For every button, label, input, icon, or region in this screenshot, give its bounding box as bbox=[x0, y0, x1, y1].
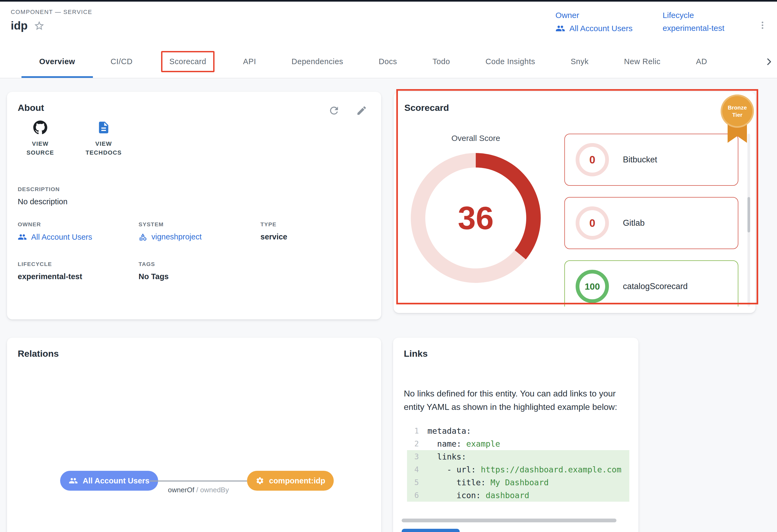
relations-card: Relations All Account Users ownerOf / ow… bbox=[7, 338, 381, 532]
relation-edge-label: ownerOf / ownedBy bbox=[144, 486, 252, 494]
system-field: SYSTEM vigneshproject bbox=[138, 221, 260, 244]
tab-docs[interactable]: Docs bbox=[361, 45, 415, 78]
people-icon bbox=[69, 476, 78, 485]
people-icon bbox=[18, 233, 27, 242]
system-entity-link[interactable]: vigneshproject bbox=[138, 233, 202, 241]
owner-entity-link[interactable]: All Account Users bbox=[18, 233, 92, 242]
page-title: idp bbox=[11, 19, 28, 32]
tab-api[interactable]: API bbox=[225, 45, 274, 78]
edit-pencil-icon[interactable] bbox=[356, 105, 367, 117]
entity-page: COMPONENT — SERVICE idp Owner All Accoun… bbox=[0, 0, 777, 532]
code-horizontal-scrollbar[interactable] bbox=[402, 519, 617, 522]
yaml-code-block: 1metadata: 2 name: example 3 links: 4 - … bbox=[407, 424, 629, 502]
tab-new-relic[interactable]: New Relic bbox=[606, 45, 678, 78]
lifecycle-label: Lifecycle bbox=[663, 11, 725, 20]
breadcrumb: COMPONENT — SERVICE bbox=[11, 9, 92, 16]
tags-field: TAGS No Tags bbox=[138, 261, 260, 281]
score-ring: 0 bbox=[576, 143, 609, 176]
about-title: About bbox=[18, 103, 370, 113]
code-line: 6 icon: dashboard bbox=[407, 489, 629, 502]
header-owner-block: Owner All Account Users bbox=[555, 11, 633, 33]
code-line: 5 title: My Dashboard bbox=[407, 476, 629, 489]
tabs-scroll-right-button[interactable] bbox=[761, 46, 777, 78]
code-line: 4 - url: https://dashboard.example.com bbox=[407, 463, 629, 476]
scorecard-scrollbar-thumb[interactable] bbox=[748, 197, 750, 233]
code-line: 1metadata: bbox=[407, 424, 629, 437]
links-empty-message: No links defined for this entity. You ca… bbox=[404, 387, 632, 414]
links-card: Links No links defined for this entity. … bbox=[393, 338, 639, 532]
scorecard-tab-annotation: Scorecard bbox=[161, 51, 215, 72]
view-techdocs-label: VIEW TECHDOCS bbox=[81, 139, 126, 157]
people-icon bbox=[555, 24, 565, 33]
overall-score-gauge: 36 bbox=[411, 153, 541, 283]
type-field: TYPE service bbox=[260, 221, 370, 244]
scorecard-card: Scorecard Overall Score 36 0 Bitbucket 0… bbox=[394, 92, 756, 313]
type-value: service bbox=[260, 233, 370, 241]
gear-icon bbox=[255, 477, 264, 485]
owner-field: OWNER All Account Users bbox=[18, 221, 138, 244]
lifecycle-value: experimental-test bbox=[663, 24, 725, 33]
clipped-bottom-button[interactable] bbox=[402, 529, 460, 532]
relation-node-component[interactable]: component:idp bbox=[247, 471, 334, 491]
refresh-icon[interactable] bbox=[328, 105, 340, 117]
scorecard-title: Scorecard bbox=[404, 103, 745, 113]
links-title: Links bbox=[404, 349, 628, 359]
chevron-right-icon bbox=[764, 57, 774, 66]
tab-ad-truncated[interactable]: AD bbox=[678, 45, 725, 78]
tab-todo[interactable]: Todo bbox=[415, 45, 468, 78]
description-value: No description bbox=[18, 197, 370, 206]
more-options-kebab-icon[interactable] bbox=[758, 11, 767, 33]
owner-label: Owner bbox=[555, 11, 633, 20]
lifecycle-field: LIFECYCLE experimental-test bbox=[18, 261, 138, 281]
github-icon bbox=[33, 121, 47, 134]
scorecard-item-bitbucket[interactable]: 0 Bitbucket bbox=[564, 134, 738, 186]
code-line: 3 links: bbox=[407, 450, 629, 463]
bronze-tier-badge: Bronze Tier bbox=[720, 95, 754, 144]
view-source-label: VIEW SOURCE bbox=[18, 139, 63, 157]
favorite-star-icon[interactable] bbox=[33, 20, 45, 31]
owner-value-link[interactable]: All Account Users bbox=[555, 24, 633, 33]
tab-snyk[interactable]: Snyk bbox=[553, 45, 606, 78]
entity-tab-bar: Overview CI/CD Scorecard API Dependencie… bbox=[0, 45, 777, 79]
view-techdocs-link[interactable]: VIEW TECHDOCS bbox=[81, 121, 126, 157]
overall-score-label: Overall Score bbox=[411, 134, 541, 143]
badge-medal-icon: Bronze Tier bbox=[720, 95, 754, 128]
scorecard-item-catalogscorecard[interactable]: 100 catalogScorecard bbox=[564, 260, 738, 306]
score-ring: 100 bbox=[576, 270, 609, 303]
system-category-icon bbox=[138, 233, 147, 241]
entity-header: COMPONENT — SERVICE idp Owner All Accoun… bbox=[0, 2, 777, 45]
description-label: DESCRIPTION bbox=[18, 186, 370, 192]
about-card: About VIEW SOURCE VIEW TECHDOCS bbox=[7, 92, 381, 319]
scorecard-list: 0 Bitbucket 0 Gitlab 100 catalogScorecar… bbox=[564, 134, 738, 306]
scorecard-item-gitlab[interactable]: 0 Gitlab bbox=[564, 197, 738, 249]
lifecycle-value: experimental-test bbox=[18, 272, 138, 281]
view-source-link[interactable]: VIEW SOURCE bbox=[18, 121, 63, 157]
tab-dependencies[interactable]: Dependencies bbox=[274, 45, 361, 78]
tab-cicd[interactable]: CI/CD bbox=[93, 45, 150, 78]
owner-value-text: All Account Users bbox=[569, 24, 633, 33]
code-line: 2 name: example bbox=[407, 437, 629, 450]
relation-node-owner[interactable]: All Account Users bbox=[60, 471, 158, 491]
relation-edge bbox=[150, 481, 247, 482]
tab-overview[interactable]: Overview bbox=[21, 45, 93, 78]
score-ring: 0 bbox=[576, 207, 609, 240]
tab-scorecard[interactable]: Scorecard bbox=[150, 45, 226, 78]
techdocs-document-icon bbox=[97, 121, 111, 134]
relations-title: Relations bbox=[18, 349, 370, 359]
entity-identity: COMPONENT — SERVICE idp bbox=[11, 9, 92, 32]
tags-value: No Tags bbox=[138, 272, 260, 281]
overall-score-value: 36 bbox=[411, 153, 541, 283]
tab-code-insights[interactable]: Code Insights bbox=[468, 45, 553, 78]
scorecard-scrollbar-track bbox=[748, 134, 750, 306]
header-lifecycle-block: Lifecycle experimental-test bbox=[663, 11, 725, 33]
